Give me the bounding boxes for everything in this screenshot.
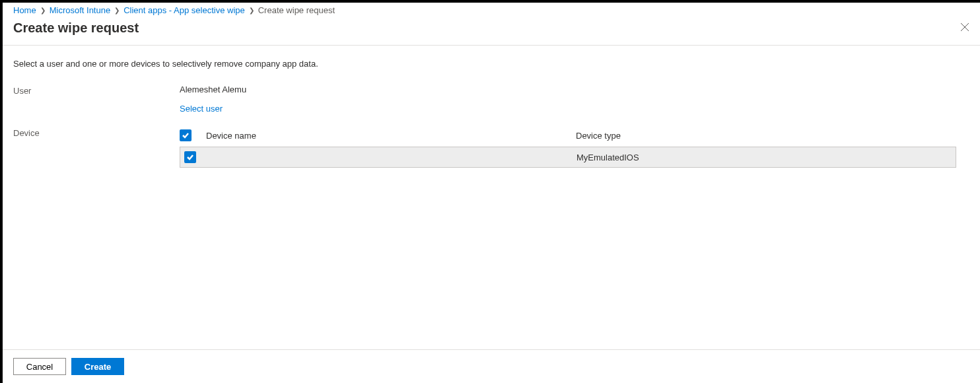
breadcrumb-current: Create wipe request bbox=[258, 5, 335, 15]
table-row[interactable]: MyEmulatedIOS bbox=[180, 147, 956, 168]
user-name: Alemeshet Alemu bbox=[180, 85, 969, 94]
column-device-type[interactable]: Device type bbox=[576, 131, 956, 141]
table-header: Device name Device type bbox=[180, 127, 956, 147]
close-icon bbox=[960, 22, 969, 32]
column-device-name[interactable]: Device name bbox=[206, 131, 576, 141]
row-checkbox[interactable] bbox=[184, 151, 196, 163]
select-user-link[interactable]: Select user bbox=[180, 104, 223, 114]
chevron-right-icon: ❯ bbox=[249, 7, 254, 14]
select-all-checkbox[interactable] bbox=[180, 129, 192, 141]
cancel-button[interactable]: Cancel bbox=[13, 358, 66, 375]
page-title: Create wipe request bbox=[13, 20, 139, 36]
breadcrumb-client-apps[interactable]: Client apps - App selective wipe bbox=[123, 5, 245, 15]
breadcrumb-intune[interactable]: Microsoft Intune bbox=[50, 5, 111, 15]
device-table: Device name Device type MyEmulatedIOS bbox=[180, 127, 956, 168]
breadcrumb: Home ❯ Microsoft Intune ❯ Client apps - … bbox=[3, 3, 980, 18]
close-button[interactable] bbox=[960, 22, 969, 34]
check-icon bbox=[186, 153, 194, 161]
check-icon bbox=[182, 131, 190, 139]
cell-device-type: MyEmulatedIOS bbox=[577, 153, 956, 162]
chevron-right-icon: ❯ bbox=[114, 7, 120, 14]
chevron-right-icon: ❯ bbox=[40, 7, 46, 14]
footer: Cancel Create bbox=[3, 349, 980, 383]
instruction-text: Select a user and one or more devices to… bbox=[13, 59, 969, 69]
user-label: User bbox=[13, 85, 180, 96]
device-label: Device bbox=[13, 127, 180, 138]
breadcrumb-home[interactable]: Home bbox=[13, 5, 36, 15]
create-button[interactable]: Create bbox=[71, 358, 124, 375]
